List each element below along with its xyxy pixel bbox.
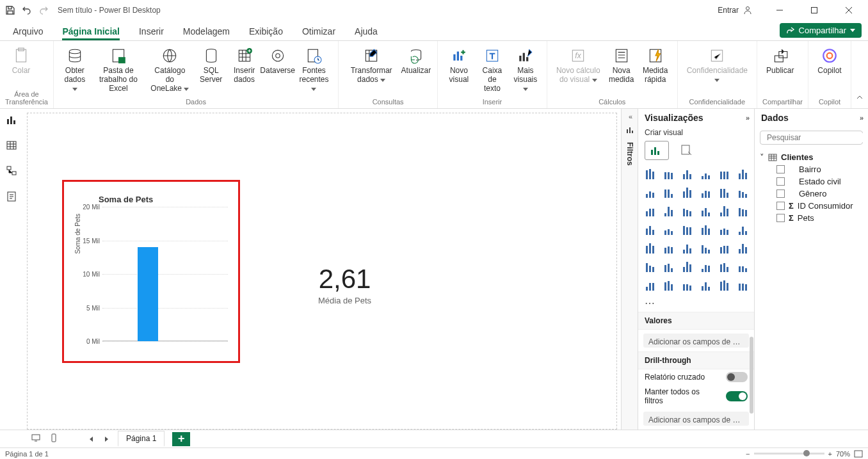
viz-type-icon[interactable] [680, 259, 696, 275]
format-visual-tab[interactable] [674, 141, 698, 160]
viz-type-icon[interactable] [680, 222, 696, 238]
close-button[interactable] [835, 0, 863, 20]
filters-pane-collapsed[interactable]: « Filtros [621, 109, 638, 430]
save-icon[interactable] [5, 5, 15, 15]
field-checkbox[interactable] [776, 202, 785, 210]
viz-type-icon[interactable] [662, 166, 677, 182]
field-checkbox[interactable] [776, 214, 785, 222]
undo-icon[interactable] [22, 5, 32, 15]
excel-wb-button[interactable]: Pasta de trabalho do Excel [92, 44, 145, 97]
tab-arquivo[interactable]: Arquivo [13, 26, 43, 40]
viz-type-icon[interactable] [662, 185, 677, 200]
viz-type-icon[interactable] [718, 259, 733, 275]
viz-type-icon[interactable] [643, 278, 659, 293]
viz-type-icon[interactable] [736, 241, 751, 256]
viz-scrollbar[interactable] [750, 337, 753, 414]
enter-data-button[interactable]: Inserir dados [229, 44, 261, 97]
collapse-data-icon[interactable]: » [860, 114, 862, 122]
quick-measure-button[interactable]: Medida rápida [639, 44, 672, 97]
maximize-button[interactable] [800, 0, 828, 20]
viz-type-icon[interactable] [643, 185, 659, 200]
viz-type-icon[interactable] [662, 222, 677, 238]
fit-page-icon[interactable] [854, 450, 863, 458]
viz-type-icon[interactable] [699, 166, 714, 182]
text-box-button[interactable]: Caixa de texto [476, 44, 508, 97]
viz-type-icon[interactable] [718, 166, 733, 182]
keep-filters-toggle[interactable] [726, 391, 748, 401]
viz-type-icon[interactable] [680, 185, 696, 200]
viz-type-icon[interactable] [718, 185, 733, 200]
viz-type-icon[interactable] [736, 259, 751, 275]
viz-type-icon[interactable] [680, 278, 696, 293]
viz-type-icon[interactable] [699, 204, 714, 219]
collapse-viz-icon[interactable]: » [746, 114, 748, 122]
next-page-icon[interactable] [102, 437, 110, 442]
zoom-in-button[interactable]: + [828, 450, 832, 458]
viz-type-icon[interactable] [680, 241, 696, 256]
data-search[interactable] [760, 131, 863, 145]
zoom-slider[interactable] [754, 453, 824, 455]
bar-rect[interactable] [138, 247, 158, 341]
expand-filters-icon[interactable]: « [629, 113, 631, 120]
tab-inserir[interactable]: Inserir [139, 26, 164, 40]
copilot-button[interactable]: Copilot [814, 44, 846, 97]
viz-type-icon[interactable] [662, 278, 677, 293]
sign-in-button[interactable]: Entrar [718, 5, 753, 15]
bar-chart-visual[interactable]: Soma de Pets Soma de Pets 0 Mil5 Mil10 M… [62, 180, 240, 363]
report-view-icon[interactable] [6, 114, 17, 128]
field-checkbox[interactable] [776, 177, 785, 186]
field-id-consumidor[interactable]: ΣID Consumidor [776, 200, 863, 212]
minimize-button[interactable] [766, 0, 794, 20]
field-pets[interactable]: ΣPets [776, 212, 863, 224]
viz-type-icon[interactable] [718, 204, 733, 219]
dataverse-button[interactable]: Dataverse [262, 44, 294, 97]
desktop-layout-icon[interactable] [31, 433, 41, 445]
viz-type-icon[interactable] [643, 241, 659, 256]
viz-type-icon[interactable] [736, 278, 751, 293]
tab-otimizar[interactable]: Otimizar [302, 26, 335, 40]
prev-page-icon[interactable] [87, 437, 95, 442]
report-canvas[interactable]: Soma de Pets Soma de Pets 0 Mil5 Mil10 M… [27, 113, 617, 430]
zoom-out-button[interactable]: − [746, 450, 750, 458]
viz-type-icon[interactable] [718, 241, 733, 256]
share-button[interactable]: Compartilhar [780, 23, 862, 38]
field-checkbox[interactable] [776, 189, 785, 198]
viz-type-icon[interactable] [699, 222, 714, 238]
transform-button[interactable]: Transformar dados [344, 44, 399, 97]
viz-type-icon[interactable] [699, 259, 714, 275]
publish-button[interactable]: Publicar [762, 44, 798, 97]
collapse-ribbon-icon[interactable] [851, 89, 868, 108]
redo-icon[interactable] [38, 5, 49, 15]
get-data-button[interactable]: Obter dados [59, 44, 91, 97]
add-page-button[interactable]: + [172, 432, 190, 446]
field-bairro[interactable]: Bairro [776, 163, 863, 175]
page-tab[interactable]: Página 1 [118, 431, 165, 447]
viz-type-icon[interactable] [718, 278, 733, 293]
model-view-icon[interactable] [6, 165, 17, 179]
viz-type-icon[interactable] [662, 259, 677, 275]
field-gênero[interactable]: Gênero [776, 188, 863, 200]
viz-type-icon[interactable] [699, 241, 714, 256]
viz-type-icon[interactable] [736, 204, 751, 219]
viz-type-icon[interactable] [662, 204, 677, 219]
viz-type-icon[interactable] [736, 166, 751, 182]
viz-type-icon[interactable] [699, 278, 714, 293]
mobile-layout-icon[interactable] [49, 433, 59, 445]
new-measure-button[interactable]: Nova medida [606, 44, 638, 97]
card-visual[interactable]: 2,61 Média de Pets [318, 264, 371, 305]
search-input[interactable] [767, 133, 863, 142]
table-node[interactable]: ˅ Clientes [760, 151, 863, 163]
viz-type-icon[interactable] [680, 166, 696, 182]
recent-button[interactable]: Fontes recentes [295, 44, 334, 97]
viz-type-icon[interactable] [643, 166, 659, 182]
viz-type-icon[interactable] [643, 222, 659, 238]
tab-ajuda[interactable]: Ajuda [355, 26, 378, 40]
viz-type-icon[interactable] [680, 204, 696, 219]
more-visuals-button[interactable]: Mais visuais [510, 44, 542, 97]
table-view-icon[interactable] [6, 140, 17, 154]
build-visual-tab[interactable] [645, 141, 669, 160]
values-field-well[interactable]: Adicionar os campos de da... [643, 334, 749, 348]
field-estado-civil[interactable]: Estado civil [776, 175, 863, 188]
cross-report-toggle[interactable] [726, 372, 748, 382]
dax-view-icon[interactable] [6, 191, 17, 205]
